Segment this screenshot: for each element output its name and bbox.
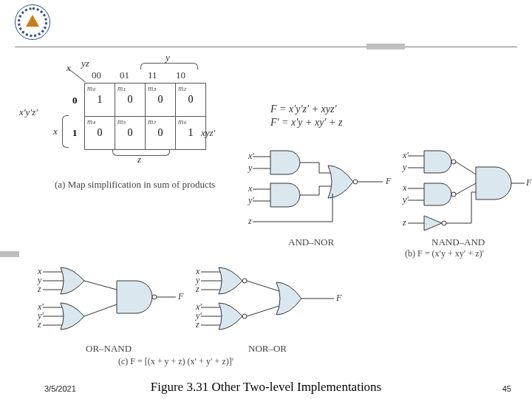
kmap-col-11: 11 <box>148 69 157 81</box>
svg-text:F: F <box>177 291 184 301</box>
svg-line-29 <box>456 183 476 194</box>
brace-x-label: x <box>53 126 58 137</box>
label-nand-and: NAND–AND <box>432 236 485 248</box>
seal-logo <box>15 4 50 40</box>
svg-text:F: F <box>385 176 392 186</box>
circuit-or-nand: x y z x′ y′ z F <box>40 263 188 352</box>
svg-text:z: z <box>37 284 41 294</box>
header-rule <box>15 47 517 47</box>
svg-text:z: z <box>37 319 41 330</box>
brace-z-label: z <box>137 154 141 166</box>
kmap: x yz 00 01 11 10 0 1 m₀1 m₁0 m₃0 m₂0 m₄0… <box>49 64 211 197</box>
svg-line-65 <box>247 281 279 291</box>
kmap-table: m₀1 m₁0 m₃0 m₂0 m₄0 m₅0 m₇0 m₆1 <box>84 83 206 150</box>
implicant-xyz-bar: x′y′z′ <box>19 106 38 118</box>
caption-c: (c) F = [(x + y + z) (x′ + y′ + z)]′ <box>118 356 233 367</box>
svg-point-20 <box>451 160 456 164</box>
svg-point-0 <box>353 180 358 184</box>
kmap-axis-x: x <box>66 62 71 74</box>
brace-y <box>140 63 198 69</box>
kmap-row-1: 1 <box>72 127 78 139</box>
svg-text:y′: y′ <box>248 195 254 205</box>
svg-text:x: x <box>248 183 253 194</box>
circuit-nor-or: x y z x′ y′ z F <box>198 263 346 352</box>
svg-point-58 <box>242 314 247 318</box>
kmap-col-01: 01 <box>120 69 129 81</box>
svg-line-66 <box>247 306 279 316</box>
brace-x <box>62 115 69 148</box>
kmap-col-10: 10 <box>176 69 185 81</box>
side-accent <box>0 251 19 257</box>
svg-text:F: F <box>525 177 532 188</box>
brace-y-label: y <box>166 52 170 64</box>
equation-F: F = x′y′z′ + xyz′ <box>270 103 336 115</box>
circuit-and-nor: x′ y x y′ z F <box>248 145 396 241</box>
svg-text:x′: x′ <box>402 150 409 160</box>
kmap-row-0: 0 <box>72 95 78 106</box>
svg-text:x′: x′ <box>248 151 254 161</box>
label-and-nor: AND–NOR <box>288 236 334 248</box>
svg-line-48 <box>84 304 117 316</box>
kmap-col-00: 00 <box>92 69 101 81</box>
svg-line-28 <box>456 162 476 174</box>
equation-Fp: F′ = x′y + xy′ + z <box>270 117 342 129</box>
svg-text:x: x <box>402 183 407 193</box>
label-nor-or: NOR–OR <box>248 343 287 355</box>
figure-title: Figure 3.31 Other Two-level Implementati… <box>0 380 532 395</box>
svg-text:y: y <box>402 162 407 172</box>
caption-b: (b) F = (x′y + xy′ + z)′ <box>405 248 484 259</box>
svg-text:z: z <box>195 284 200 294</box>
svg-text:y: y <box>248 163 253 173</box>
page-number: 45 <box>502 384 511 393</box>
implicant-xyzp: xyz′ <box>201 127 215 139</box>
svg-text:z: z <box>195 319 200 330</box>
svg-point-57 <box>242 279 247 283</box>
header-accent <box>366 44 405 50</box>
caption-a: (a) Map simplification in sum of product… <box>55 179 215 191</box>
svg-line-47 <box>84 281 117 290</box>
svg-point-21 <box>451 192 456 197</box>
svg-point-40 <box>152 295 157 299</box>
svg-text:y′: y′ <box>402 194 409 205</box>
kmap-axis-yz: yz <box>81 58 89 69</box>
svg-text:z: z <box>402 217 406 228</box>
svg-text:F: F <box>335 293 342 303</box>
label-or-nand: OR–NAND <box>86 343 132 355</box>
svg-point-22 <box>442 221 446 225</box>
circuit-nand-and: x′ y x y′ z F <box>405 145 531 241</box>
svg-text:z: z <box>248 216 252 226</box>
